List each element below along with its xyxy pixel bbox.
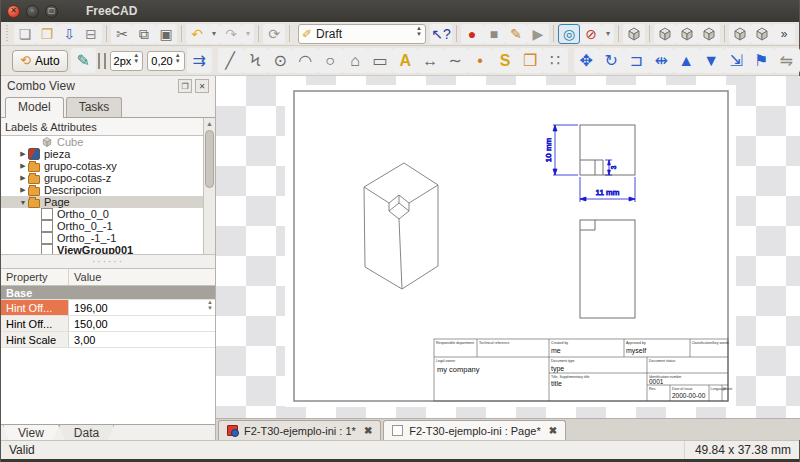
draft-ellipse-button[interactable]: ○ <box>318 48 343 73</box>
draft-text-button[interactable]: A <box>393 48 418 73</box>
tree-item-ortho_-1_-1[interactable]: Ortho_-1_-1 <box>1 232 203 244</box>
line-width-spinbox[interactable]: 2px▲▼ <box>110 51 144 71</box>
draft-trimex-button[interactable]: ⇹ <box>649 48 674 73</box>
window-minimize-button[interactable]: ▫ <box>26 5 39 18</box>
spinner-arrows-icon[interactable]: ▲▼ <box>207 302 213 314</box>
dimension-step[interactable]: 3 <box>605 160 617 175</box>
workbench-selector[interactable]: ✐Draft▲▼ <box>298 24 426 44</box>
new-file-button[interactable]: ❏ <box>14 24 36 44</box>
close-icon[interactable]: ✖ <box>364 425 372 436</box>
spinner-arrows-icon[interactable]: ▲▼ <box>416 28 422 40</box>
draft-offset-button[interactable]: ⊐ <box>624 48 649 73</box>
copy-button[interactable]: ⧉ <box>133 24 155 44</box>
draft-shapestring-button[interactable]: S <box>493 48 518 73</box>
tree-item-grupo-cotas-xy[interactable]: ▶grupo-cotas-xy <box>1 160 203 172</box>
draft-to-sketch-button[interactable]: ∷ <box>543 48 568 73</box>
macro-record-button[interactable]: ● <box>461 24 483 44</box>
line-color-swatch[interactable] <box>98 53 100 69</box>
dimension-height[interactable]: 10 mm <box>544 125 578 175</box>
macro-play-button[interactable]: ▶ <box>527 24 549 44</box>
draft-circle-button[interactable]: ⊙ <box>268 48 293 73</box>
view-bottom-button[interactable] <box>751 24 773 44</box>
draft-dimension-button[interactable]: ↔ <box>418 48 443 73</box>
redo-dropdown-button[interactable]: ▾ <box>242 24 254 44</box>
draft-scale-button[interactable]: ⇲ <box>724 48 749 73</box>
panel-close-button[interactable]: ✕ <box>195 79 209 93</box>
undo-dropdown-button[interactable]: ▾ <box>208 24 220 44</box>
tree-scrollbar[interactable]: ▲ <box>203 118 215 254</box>
tab-model[interactable]: Model <box>5 97 64 118</box>
view-axonometric-button[interactable] <box>623 24 645 44</box>
draft-arc-button[interactable]: ◠ <box>293 48 318 73</box>
zoom-selection-button[interactable]: ◎ <box>558 24 580 44</box>
macro-edit-button[interactable]: ✎ <box>505 24 527 44</box>
view-right-button[interactable] <box>698 24 720 44</box>
top-view[interactable] <box>580 125 635 175</box>
toolbar-overflow-button[interactable]: » <box>773 24 795 44</box>
scrollbar-thumb[interactable] <box>205 130 214 188</box>
view-front-button[interactable] <box>654 24 676 44</box>
construction-group-button[interactable]: ⟲Auto <box>12 50 68 72</box>
property-row[interactable]: Base <box>1 286 215 300</box>
apply-style-button[interactable]: ⇉ <box>187 48 212 73</box>
tree-item-pieza[interactable]: ▶pieza <box>1 148 203 160</box>
document-tab[interactable]: F2-T30-ejemplo-ini : Page*✖ <box>383 420 566 440</box>
tree-expander-icon[interactable]: ▶ <box>18 174 28 182</box>
face-color-swatch[interactable] <box>104 53 106 69</box>
front-view[interactable] <box>580 220 635 318</box>
draft-facebinder-button[interactable]: ❒ <box>518 48 543 73</box>
redo-button[interactable]: ↷ <box>220 24 242 44</box>
draft-mirror-button[interactable]: ⇋ <box>774 48 799 73</box>
tree-expander-icon[interactable]: ▶ <box>18 186 28 194</box>
tree-expander-icon[interactable]: ▼ <box>18 199 28 206</box>
draft-point-button[interactable]: • <box>468 48 493 73</box>
draft-upgrade-button[interactable]: ▲ <box>674 48 699 73</box>
draft-shape2dview-button[interactable]: ⚑ <box>749 48 774 73</box>
tree-expander-icon[interactable]: ▶ <box>18 162 28 170</box>
panel-float-button[interactable]: ❐ <box>178 79 192 93</box>
property-value[interactable]: 3,00 <box>69 332 215 347</box>
set-style-button[interactable]: ✎ <box>71 48 96 73</box>
macro-stop-button[interactable]: ■ <box>483 24 505 44</box>
tree-item-ortho_0_0[interactable]: Ortho_0_0 <box>1 208 203 220</box>
draft-rotate-button[interactable]: ↻ <box>599 48 624 73</box>
isometric-view[interactable] <box>364 163 438 289</box>
property-value[interactable]: 196,00▲▼ <box>69 300 215 315</box>
property-value[interactable]: 150,00 <box>69 316 215 331</box>
close-icon[interactable]: ✖ <box>549 425 557 436</box>
undo-button[interactable]: ↶ <box>186 24 208 44</box>
tree-expander-icon[interactable]: ▶ <box>18 150 28 158</box>
tree-item-ortho_0_-1[interactable]: Ortho_0_-1 <box>1 220 203 232</box>
stop-navigation-button[interactable]: ⊘ <box>580 24 602 44</box>
draft-downgrade-button[interactable]: ▼ <box>699 48 724 73</box>
dimension-width[interactable]: 11 mm <box>580 177 635 202</box>
property-row[interactable]: Hint Off...150,00 <box>1 316 215 332</box>
draft-move-button[interactable]: ✥ <box>574 48 599 73</box>
property-row[interactable]: Hint Scale3,00 <box>1 332 215 348</box>
navigation-dropdown-button[interactable]: ▾ <box>602 24 614 44</box>
tree-item-descripcion[interactable]: ▶Descripcion <box>1 184 203 196</box>
refresh-button[interactable]: ⟳ <box>263 24 285 44</box>
save-button[interactable]: ⇩ <box>58 24 80 44</box>
panel-splitter[interactable]: ······ <box>1 255 215 268</box>
tree-item-cube[interactable]: Cube <box>1 136 203 148</box>
document-tab[interactable]: F2-T30-ejemplo-ini : 1*✖ <box>218 420 381 440</box>
whats-this-button[interactable]: ↖? <box>430 24 452 44</box>
view-rear-button[interactable] <box>729 24 751 44</box>
window-maximize-button[interactable]: ▢ <box>45 5 58 18</box>
cut-button[interactable]: ✂ <box>111 24 133 44</box>
property-row[interactable]: Hint Off...196,00▲▼ <box>1 300 215 316</box>
spinner-arrows-icon[interactable]: ▲▼ <box>175 55 181 67</box>
techdraw-page[interactable]: 10 mm 11 mm 3 <box>285 85 736 407</box>
text-scale-spinbox[interactable]: 0,20▲▼ <box>147 51 184 71</box>
draft-rectangle-button[interactable]: ▭ <box>368 48 393 73</box>
tree-item-viewgroup001[interactable]: ViewGroup001 <box>1 244 203 254</box>
print-button[interactable]: ⊟ <box>80 24 102 44</box>
draft-line-button[interactable]: ╱ <box>218 48 243 73</box>
spinner-arrows-icon[interactable]: ▲▼ <box>133 55 139 67</box>
tab-tasks[interactable]: Tasks <box>66 97 123 117</box>
view-top-button[interactable] <box>676 24 698 44</box>
scroll-up-icon[interactable]: ▲ <box>204 118 215 129</box>
draft-polygon-button[interactable]: ⌂ <box>343 48 368 73</box>
tree-item-page[interactable]: ▼Page <box>1 196 203 208</box>
